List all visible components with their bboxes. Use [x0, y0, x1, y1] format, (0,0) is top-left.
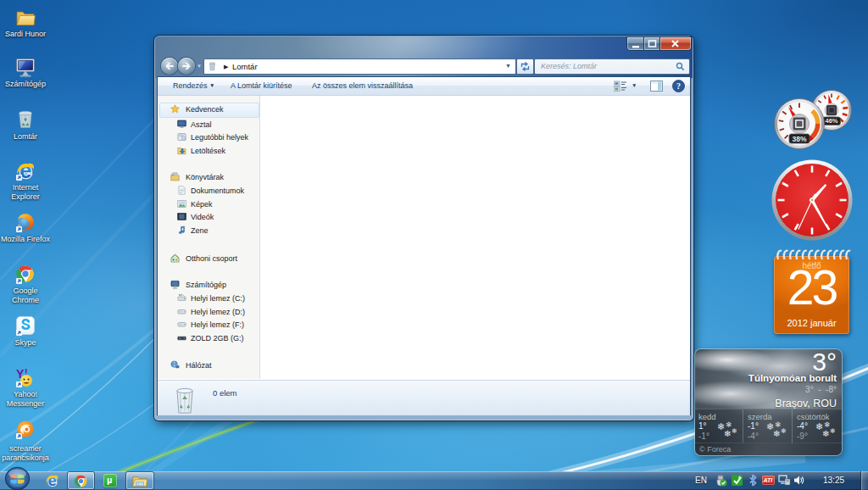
svg-text:❄: ❄	[773, 429, 780, 438]
svg-text:❄: ❄	[732, 427, 737, 435]
svg-text:❄: ❄	[724, 429, 731, 438]
svg-text:46%: 46%	[825, 117, 837, 125]
svg-text:38%: 38%	[792, 135, 806, 143]
svg-text:❄: ❄	[830, 427, 836, 435]
svg-text:?: ?	[676, 81, 681, 91]
svg-text:❄: ❄	[822, 429, 829, 438]
svg-text:e: e	[48, 473, 57, 487]
svg-text:❄: ❄	[781, 427, 787, 435]
